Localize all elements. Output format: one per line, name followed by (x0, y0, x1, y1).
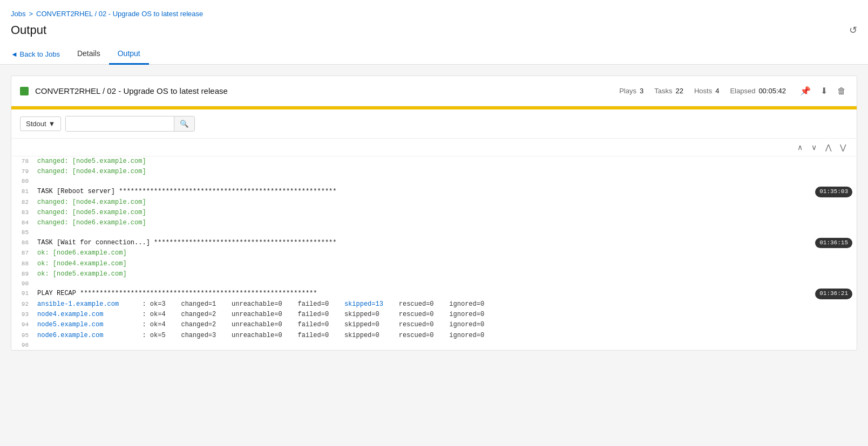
line-number: 81 (16, 187, 37, 197)
line-number: 91 (16, 289, 37, 299)
line-number: 90 (16, 279, 37, 289)
output-line: 81TASK [Reboot server] *****************… (11, 187, 857, 197)
scroll-up-button[interactable]: ∧ (795, 142, 805, 153)
output-line: 92ansible-1.example.com : ok=3 changed=1… (11, 299, 857, 310)
line-number: 96 (16, 341, 37, 351)
output-line: 84changed: [node6.example.com] (11, 218, 857, 228)
plays-value: 3 (640, 87, 643, 95)
line-content: node6.example.com : ok=5 changed=3 unrea… (37, 331, 852, 341)
main-content: CONVERT2RHEL / 02 - Upgrade OS to latest… (0, 65, 868, 361)
line-content: ok: [node6.example.com] (37, 248, 852, 258)
line-content: PLAY RECAP *****************************… (37, 289, 811, 299)
output-line: 91PLAY RECAP ***************************… (11, 289, 857, 299)
line-content: changed: [node6.example.com] (37, 218, 852, 228)
line-content: changed: [node4.example.com] (37, 197, 852, 208)
output-line: 85 (11, 228, 857, 238)
job-card: CONVERT2RHEL / 02 - Upgrade OS to latest… (11, 76, 857, 351)
plays-meta: Plays 3 (619, 87, 643, 95)
breadcrumb-jobs-link[interactable]: Jobs (11, 10, 25, 18)
output-controls: ∧ ∨ ⋀ ⋁ (11, 139, 857, 156)
output-line: 82changed: [node4.example.com] (11, 197, 857, 208)
tab-output[interactable]: Output (109, 44, 149, 65)
breadcrumb: Jobs > CONVERT2RHEL / 02 - Upgrade OS to… (11, 5, 857, 20)
elapsed-meta: Elapsed 00:05:42 (730, 87, 786, 95)
output-line: 80 (11, 177, 857, 187)
tab-details[interactable]: Details (69, 44, 109, 65)
line-number: 92 (16, 300, 37, 310)
line-content: node5.example.com : ok=4 changed=2 unrea… (37, 320, 852, 330)
output-line: 87ok: [node6.example.com] (11, 248, 857, 258)
job-status-icon (20, 87, 29, 95)
tabs-nav: ◄ Back to Jobs Details Output (11, 44, 857, 64)
output-line: 94node5.example.com : ok=4 changed=2 unr… (11, 320, 857, 330)
download-button[interactable]: ⬇ (818, 84, 830, 98)
output-line: 83changed: [node5.example.com] (11, 208, 857, 218)
elapsed-value: 00:05:42 (758, 87, 786, 95)
page-title: Output (11, 23, 46, 37)
filter-bar: Stdout ▼ 🔍 (11, 109, 857, 139)
output-line: 89ok: [node5.example.com] (11, 269, 857, 279)
job-actions: 📌 ⬇ 🗑 (798, 84, 848, 98)
timestamp-badge: 01:35:03 (815, 187, 852, 197)
search-button[interactable]: 🔍 (174, 116, 194, 131)
output-line: 86TASK [Wait for connection...] ********… (11, 238, 857, 249)
job-header: CONVERT2RHEL / 02 - Upgrade OS to latest… (11, 76, 857, 106)
breadcrumb-separator: > (29, 10, 33, 18)
line-content: ansible-1.example.com : ok=3 changed=1 u… (37, 299, 852, 310)
tasks-value: 22 (675, 87, 683, 95)
line-number: 89 (16, 270, 37, 279)
output-line: 88ok: [node4.example.com] (11, 259, 857, 269)
line-content: node4.example.com : ok=4 changed=2 unrea… (37, 310, 852, 320)
scroll-top-button[interactable]: ⋀ (823, 142, 833, 153)
plays-label: Plays (619, 87, 636, 95)
stdout-dropdown-icon: ▼ (49, 120, 56, 128)
scroll-down-button[interactable]: ∨ (809, 142, 819, 153)
line-number: 88 (16, 259, 37, 269)
output-line: 95node6.example.com : ok=5 changed=3 unr… (11, 331, 857, 341)
line-number: 87 (16, 249, 37, 258)
delete-button[interactable]: 🗑 (835, 84, 848, 98)
stdout-label: Stdout (26, 120, 46, 128)
line-number: 95 (16, 331, 37, 341)
line-number: 80 (16, 177, 37, 187)
stdout-select[interactable]: Stdout ▼ (20, 116, 61, 131)
line-number: 85 (16, 228, 37, 238)
history-icon[interactable]: ↺ (849, 24, 857, 36)
scroll-bottom-button[interactable]: ⋁ (838, 142, 848, 153)
breadcrumb-current-link[interactable]: CONVERT2RHEL / 02 - Upgrade OS to latest… (36, 10, 203, 18)
hosts-label: Hosts (694, 87, 712, 95)
back-to-jobs-button[interactable]: ◄ Back to Jobs (11, 45, 69, 64)
line-number: 84 (16, 218, 37, 228)
line-content: changed: [node5.example.com] (37, 208, 852, 218)
output-line: 78changed: [node5.example.com] (11, 156, 857, 167)
job-meta: Plays 3 Tasks 22 Hosts 4 Elapsed 00:05:4… (619, 87, 786, 95)
output-line: 90 (11, 279, 857, 289)
page-title-row: Output ↺ (11, 20, 857, 44)
line-content: TASK [Wait for connection...] **********… (37, 238, 811, 248)
search-input[interactable] (66, 116, 174, 131)
line-content: changed: [node4.example.com] (37, 167, 852, 177)
line-number: 82 (16, 198, 37, 208)
hosts-value: 4 (715, 87, 719, 95)
output-line: 79changed: [node4.example.com] (11, 167, 857, 177)
line-content: ok: [node5.example.com] (37, 269, 852, 279)
line-number: 79 (16, 167, 37, 177)
elapsed-label: Elapsed (730, 87, 755, 95)
line-content: ok: [node4.example.com] (37, 259, 852, 269)
output-line: 93node4.example.com : ok=4 changed=2 unr… (11, 310, 857, 320)
line-content: TASK [Reboot server] *******************… (37, 187, 811, 197)
line-content: changed: [node5.example.com] (37, 156, 852, 167)
output-line: 96 (11, 341, 857, 351)
line-number: 78 (16, 157, 37, 167)
pin-button[interactable]: 📌 (798, 84, 813, 98)
search-box: 🔍 (65, 116, 195, 132)
tasks-label: Tasks (654, 87, 672, 95)
output-area[interactable]: 78changed: [node5.example.com]79changed:… (11, 156, 857, 350)
hosts-meta: Hosts 4 (694, 87, 719, 95)
job-title: CONVERT2RHEL / 02 - Upgrade OS to latest… (35, 86, 613, 95)
line-number: 93 (16, 310, 37, 320)
line-number: 94 (16, 320, 37, 330)
line-number: 86 (16, 238, 37, 248)
tasks-meta: Tasks 22 (654, 87, 683, 95)
line-number: 83 (16, 208, 37, 218)
